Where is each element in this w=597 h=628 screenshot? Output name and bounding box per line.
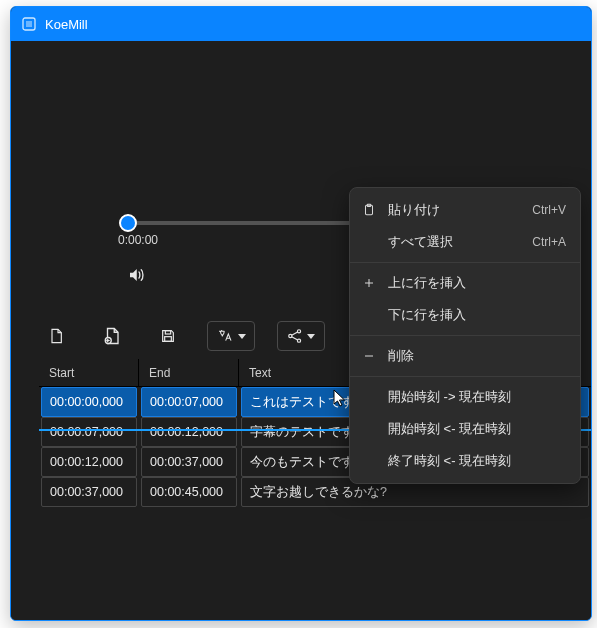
cell-start[interactable]: 00:00:37,000 (41, 477, 137, 507)
menu-accel: Ctrl+V (532, 203, 566, 217)
chevron-down-icon (307, 334, 315, 339)
content-area: 0:00:00 10 (11, 41, 591, 620)
menu-label: 貼り付け (388, 201, 522, 219)
menu-separator (350, 262, 580, 263)
window-title: KoeMill (45, 17, 88, 32)
menu-delete[interactable]: 削除 (350, 340, 580, 372)
seek-thumb[interactable] (119, 214, 137, 232)
save-button[interactable] (151, 321, 185, 351)
menu-separator (350, 335, 580, 336)
plus-icon (360, 277, 378, 289)
chevron-down-icon (238, 334, 246, 339)
menu-start-to-now[interactable]: 開始時刻 -> 現在時刻 (350, 381, 580, 413)
app-window: KoeMill 0:00:00 10 (10, 6, 592, 621)
cell-end[interactable]: 00:00:45,000 (141, 477, 237, 507)
svg-rect-5 (165, 331, 170, 334)
col-end[interactable]: End (139, 359, 239, 386)
menu-label: 下に行を挿入 (388, 306, 566, 324)
menu-label: 開始時刻 -> 現在時刻 (388, 388, 566, 406)
paste-icon (360, 203, 378, 217)
menu-label: 上に行を挿入 (388, 274, 566, 292)
cell-start[interactable]: 00:00:00,000 (41, 387, 137, 417)
cell-end[interactable]: 00:00:07,000 (141, 387, 237, 417)
menu-label: 削除 (388, 347, 566, 365)
menu-start-from-now[interactable]: 開始時刻 <- 現在時刻 (350, 413, 580, 445)
cell-end[interactable]: 00:00:37,000 (141, 447, 237, 477)
cell-end[interactable]: 00:00:12,000 (141, 417, 237, 447)
toolbar (39, 321, 325, 351)
svg-rect-1 (26, 21, 32, 27)
cell-start[interactable]: 00:00:12,000 (41, 447, 137, 477)
svg-rect-6 (165, 337, 172, 342)
titlebar[interactable]: KoeMill (11, 7, 591, 41)
new-file-button[interactable] (39, 321, 73, 351)
menu-label: 終了時刻 <- 現在時刻 (388, 452, 566, 470)
open-file-button[interactable] (95, 321, 129, 351)
minus-icon (360, 350, 378, 362)
menu-end-from-now[interactable]: 終了時刻 <- 現在時刻 (350, 445, 580, 477)
menu-separator (350, 376, 580, 377)
cell-start[interactable]: 00:00:07,000 (41, 417, 137, 447)
menu-insert-above[interactable]: 上に行を挿入 (350, 267, 580, 299)
context-menu: 貼り付け Ctrl+V すべて選択 Ctrl+A 上に行を挿入 下に行を挿入 (349, 187, 581, 484)
menu-label: すべて選択 (388, 233, 522, 251)
volume-icon[interactable] (126, 266, 146, 284)
menu-select-all[interactable]: すべて選択 Ctrl+A (350, 226, 580, 258)
col-start[interactable]: Start (39, 359, 139, 386)
menu-accel: Ctrl+A (532, 235, 566, 249)
menu-paste[interactable]: 貼り付け Ctrl+V (350, 194, 580, 226)
share-dropdown[interactable] (277, 321, 325, 351)
menu-insert-below[interactable]: 下に行を挿入 (350, 299, 580, 331)
translate-dropdown[interactable] (207, 321, 255, 351)
menu-label: 開始時刻 <- 現在時刻 (388, 420, 566, 438)
svg-marker-2 (130, 269, 137, 281)
app-icon (21, 16, 37, 32)
